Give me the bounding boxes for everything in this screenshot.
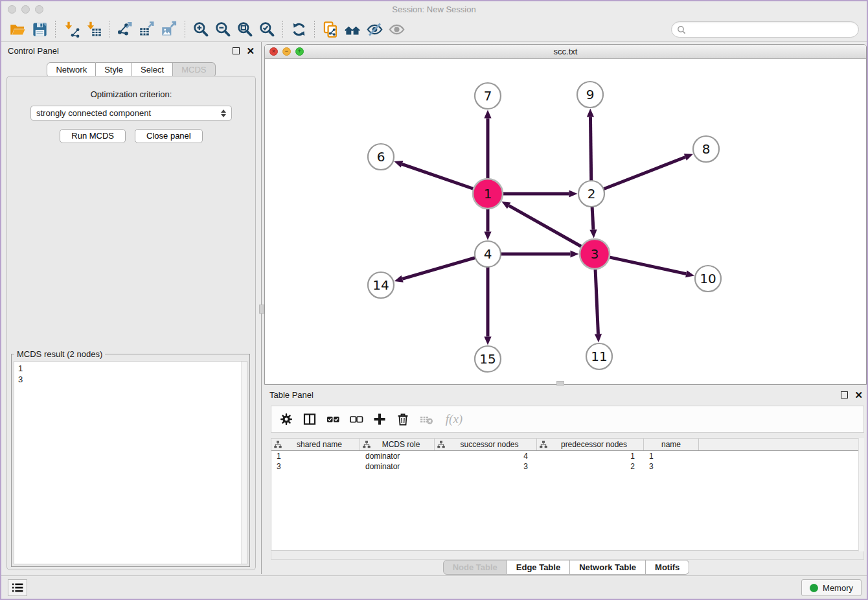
close-panel-icon[interactable]: ✕ (246, 47, 255, 54)
float-table-panel-icon[interactable] (841, 391, 848, 398)
export-network-icon (117, 21, 134, 38)
optimization-criterion-label: Optimization criterion: (7, 89, 255, 99)
table-cell: 1 (537, 452, 644, 461)
tab-edge-table[interactable]: Edge Table (507, 560, 570, 575)
edge-3-10[interactable] (609, 257, 686, 274)
export-image-button[interactable] (158, 19, 180, 40)
column-type-icon (437, 441, 445, 448)
edge-1-6[interactable] (402, 164, 474, 189)
column-header-MCDS-role[interactable]: MCDS role (360, 439, 435, 450)
network-canvas[interactable]: 1234678910111415 (265, 59, 866, 385)
select-all-columns-button[interactable] (323, 410, 343, 429)
column-type-icon (274, 441, 282, 448)
table-horizontal-scrollbar[interactable] (271, 551, 864, 560)
network-graph[interactable]: 1234678910111415 (265, 59, 866, 385)
tab-motifs[interactable]: Motifs (646, 560, 689, 575)
apply-layout-icon (290, 21, 308, 38)
table-row[interactable]: 1dominator411 (271, 451, 863, 461)
tab-network-table[interactable]: Network Table (570, 560, 646, 575)
edge-arrowhead (587, 108, 594, 117)
edge-2-8[interactable] (604, 157, 685, 189)
unselect-all-columns-icon (349, 412, 363, 426)
table-cell: dominator (360, 452, 435, 461)
select-all-columns-icon (326, 412, 340, 426)
node-label-11: 11 (591, 349, 607, 364)
first-neighbors-icon (344, 21, 361, 38)
import-table-button[interactable] (82, 19, 104, 40)
edge-arrowhead (589, 229, 597, 238)
zoom-fit-button[interactable] (234, 19, 256, 40)
edge-2-3[interactable] (592, 207, 593, 230)
save-session-button[interactable] (29, 19, 51, 40)
unselect-all-columns-button[interactable] (347, 410, 366, 429)
export-network-button[interactable] (114, 19, 136, 40)
vertical-splitter-grip[interactable] (259, 305, 264, 314)
search-box[interactable] (671, 21, 859, 38)
edge-arrowhead (595, 334, 602, 342)
result-scrollbar[interactable] (241, 362, 247, 564)
edge-arrowhead (684, 154, 693, 160)
zoom-in-button[interactable] (190, 19, 212, 40)
table-cell: 3 (644, 462, 699, 471)
hide-selected-button[interactable] (363, 19, 385, 40)
split-columns-button[interactable] (300, 410, 319, 429)
mcds-result-list[interactable]: 13 (14, 361, 247, 564)
zoom-selected-icon (258, 21, 276, 38)
add-column-button[interactable] (370, 410, 389, 429)
result-line: 1 (18, 363, 247, 374)
node-label-6: 6 (377, 149, 385, 165)
mcds-panel: Optimization criterion: strongly connect… (6, 76, 256, 570)
apply-layout-button[interactable] (288, 19, 310, 40)
edge-3-11[interactable] (595, 269, 598, 334)
close-table-panel-icon[interactable]: ✕ (854, 391, 863, 398)
memory-button[interactable]: Memory (801, 579, 862, 596)
column-header-successor-nodes[interactable]: successor nodes (435, 439, 537, 450)
zoom-out-button[interactable] (212, 19, 234, 40)
memory-status-icon (810, 584, 818, 592)
window-title: Session: New Session (1, 5, 867, 14)
edge-4-14[interactable] (402, 258, 475, 279)
table-settings-button[interactable] (277, 410, 296, 429)
save-session-icon (31, 21, 49, 38)
horizontal-splitter-grip[interactable] (556, 381, 564, 386)
column-type-icon (363, 441, 371, 448)
edge-3-1[interactable] (509, 205, 582, 246)
tab-node-table[interactable]: Node Table (443, 560, 507, 575)
edge-arrowhead (394, 275, 404, 283)
edge-arrowhead (685, 270, 694, 277)
table-row[interactable]: 3dominator323 (271, 461, 863, 472)
search-input[interactable] (686, 25, 858, 34)
export-table-button[interactable] (136, 19, 158, 40)
close-panel-button[interactable]: Close panel (135, 129, 203, 143)
edge-arrowhead (484, 232, 491, 240)
table-cell: 3 (435, 462, 537, 471)
column-header-predecessor-nodes[interactable]: predecessor nodes (537, 439, 644, 450)
toolbar-separator (282, 21, 283, 39)
column-header-name[interactable]: name (644, 439, 699, 450)
delete-column-button[interactable] (393, 410, 413, 429)
open-session-button[interactable] (6, 19, 29, 40)
show-all-button[interactable] (385, 19, 407, 40)
show-all-icon (388, 21, 405, 38)
column-header-shared-name[interactable]: shared name (271, 439, 360, 450)
memory-label: Memory (823, 583, 853, 593)
criterion-dropdown[interactable]: strongly connected component (30, 106, 232, 121)
new-network-from-selection-button[interactable] (319, 19, 341, 40)
zoom-selected-button[interactable] (256, 19, 278, 40)
edge-2-9[interactable] (590, 117, 591, 181)
toolbar-separator (314, 21, 315, 39)
import-network-button[interactable] (60, 19, 82, 40)
network-view-window: × − + scc.txt 1234678910111415 (264, 44, 867, 385)
run-mcds-button[interactable]: Run MCDS (60, 129, 126, 143)
criterion-value: strongly connected component (36, 108, 221, 118)
table-panel: Table Panel ✕ f(x) shared nameMCDS roles… (263, 386, 868, 575)
task-history-button[interactable] (8, 579, 27, 596)
float-panel-icon[interactable] (233, 47, 240, 54)
table-cell: 2 (537, 462, 644, 471)
main-toolbar (1, 17, 867, 42)
zoom-fit-icon (236, 21, 254, 38)
control-panel-header: Control Panel ✕ (1, 42, 261, 59)
table-vertical-scrollbar[interactable] (858, 438, 864, 551)
first-neighbors-button[interactable] (341, 19, 363, 40)
table-settings-icon (279, 412, 293, 426)
